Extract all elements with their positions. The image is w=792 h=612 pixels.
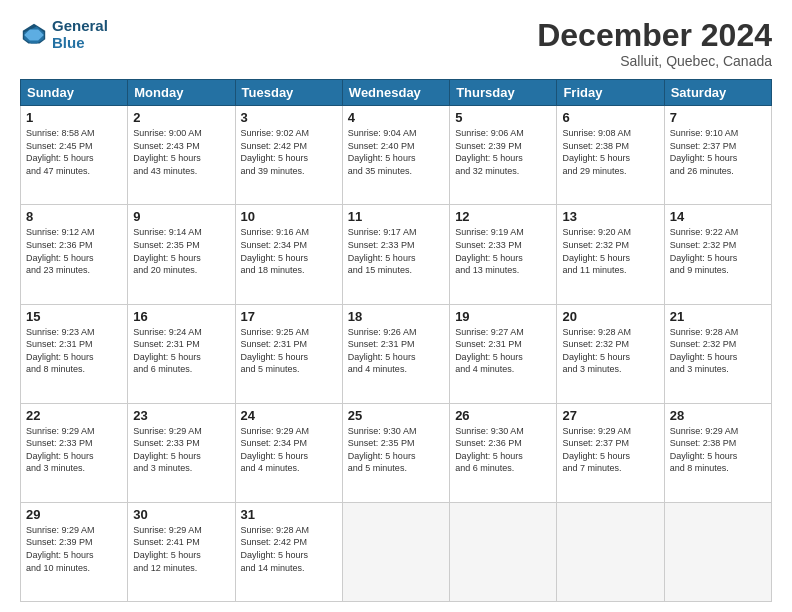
day-number: 17 [241,309,337,324]
subtitle: Salluit, Quebec, Canada [537,53,772,69]
day-number: 8 [26,209,122,224]
day-number: 26 [455,408,551,423]
calendar-cell: 18Sunrise: 9:26 AM Sunset: 2:31 PM Dayli… [342,304,449,403]
calendar-cell: 6Sunrise: 9:08 AM Sunset: 2:38 PM Daylig… [557,106,664,205]
weekday-header-tuesday: Tuesday [235,80,342,106]
calendar-cell: 31Sunrise: 9:28 AM Sunset: 2:42 PM Dayli… [235,502,342,601]
day-info: Sunrise: 9:28 AM Sunset: 2:32 PM Dayligh… [562,326,658,376]
day-number: 31 [241,507,337,522]
weekday-header-friday: Friday [557,80,664,106]
day-info: Sunrise: 9:23 AM Sunset: 2:31 PM Dayligh… [26,326,122,376]
calendar-cell: 7Sunrise: 9:10 AM Sunset: 2:37 PM Daylig… [664,106,771,205]
day-info: Sunrise: 9:20 AM Sunset: 2:32 PM Dayligh… [562,226,658,276]
day-info: Sunrise: 9:29 AM Sunset: 2:37 PM Dayligh… [562,425,658,475]
calendar-cell: 5Sunrise: 9:06 AM Sunset: 2:39 PM Daylig… [450,106,557,205]
day-info: Sunrise: 9:17 AM Sunset: 2:33 PM Dayligh… [348,226,444,276]
day-number: 21 [670,309,766,324]
day-number: 22 [26,408,122,423]
day-number: 27 [562,408,658,423]
day-number: 19 [455,309,551,324]
calendar-cell: 3Sunrise: 9:02 AM Sunset: 2:42 PM Daylig… [235,106,342,205]
calendar-cell: 14Sunrise: 9:22 AM Sunset: 2:32 PM Dayli… [664,205,771,304]
calendar-cell: 4Sunrise: 9:04 AM Sunset: 2:40 PM Daylig… [342,106,449,205]
day-number: 2 [133,110,229,125]
day-number: 12 [455,209,551,224]
calendar-cell [557,502,664,601]
calendar-cell: 20Sunrise: 9:28 AM Sunset: 2:32 PM Dayli… [557,304,664,403]
calendar-cell: 13Sunrise: 9:20 AM Sunset: 2:32 PM Dayli… [557,205,664,304]
weekday-header-sunday: Sunday [21,80,128,106]
calendar-table: SundayMondayTuesdayWednesdayThursdayFrid… [20,79,772,602]
day-number: 1 [26,110,122,125]
day-number: 10 [241,209,337,224]
weekday-header-row: SundayMondayTuesdayWednesdayThursdayFrid… [21,80,772,106]
calendar-week-5: 29Sunrise: 9:29 AM Sunset: 2:39 PM Dayli… [21,502,772,601]
calendar-cell: 29Sunrise: 9:29 AM Sunset: 2:39 PM Dayli… [21,502,128,601]
title-block: December 2024 Salluit, Quebec, Canada [537,18,772,69]
day-number: 16 [133,309,229,324]
calendar-cell: 26Sunrise: 9:30 AM Sunset: 2:36 PM Dayli… [450,403,557,502]
calendar-cell: 15Sunrise: 9:23 AM Sunset: 2:31 PM Dayli… [21,304,128,403]
day-info: Sunrise: 9:25 AM Sunset: 2:31 PM Dayligh… [241,326,337,376]
day-info: Sunrise: 9:29 AM Sunset: 2:33 PM Dayligh… [26,425,122,475]
calendar-page: General Blue December 2024 Salluit, Queb… [0,0,792,612]
header: General Blue December 2024 Salluit, Queb… [20,18,772,69]
calendar-cell: 1Sunrise: 8:58 AM Sunset: 2:45 PM Daylig… [21,106,128,205]
calendar-cell: 22Sunrise: 9:29 AM Sunset: 2:33 PM Dayli… [21,403,128,502]
day-number: 28 [670,408,766,423]
calendar-week-2: 8Sunrise: 9:12 AM Sunset: 2:36 PM Daylig… [21,205,772,304]
day-number: 29 [26,507,122,522]
day-info: Sunrise: 9:04 AM Sunset: 2:40 PM Dayligh… [348,127,444,177]
calendar-cell: 9Sunrise: 9:14 AM Sunset: 2:35 PM Daylig… [128,205,235,304]
calendar-cell: 21Sunrise: 9:28 AM Sunset: 2:32 PM Dayli… [664,304,771,403]
day-number: 7 [670,110,766,125]
day-info: Sunrise: 9:29 AM Sunset: 2:41 PM Dayligh… [133,524,229,574]
day-number: 15 [26,309,122,324]
logo-icon [20,21,48,49]
day-number: 14 [670,209,766,224]
logo-text: General Blue [52,18,108,51]
calendar-cell: 16Sunrise: 9:24 AM Sunset: 2:31 PM Dayli… [128,304,235,403]
day-info: Sunrise: 9:22 AM Sunset: 2:32 PM Dayligh… [670,226,766,276]
day-info: Sunrise: 9:28 AM Sunset: 2:32 PM Dayligh… [670,326,766,376]
calendar-cell: 2Sunrise: 9:00 AM Sunset: 2:43 PM Daylig… [128,106,235,205]
calendar-week-4: 22Sunrise: 9:29 AM Sunset: 2:33 PM Dayli… [21,403,772,502]
calendar-cell: 12Sunrise: 9:19 AM Sunset: 2:33 PM Dayli… [450,205,557,304]
calendar-week-3: 15Sunrise: 9:23 AM Sunset: 2:31 PM Dayli… [21,304,772,403]
calendar-cell: 11Sunrise: 9:17 AM Sunset: 2:33 PM Dayli… [342,205,449,304]
day-info: Sunrise: 8:58 AM Sunset: 2:45 PM Dayligh… [26,127,122,177]
day-number: 3 [241,110,337,125]
day-number: 11 [348,209,444,224]
day-number: 4 [348,110,444,125]
weekday-header-monday: Monday [128,80,235,106]
day-number: 23 [133,408,229,423]
day-info: Sunrise: 9:24 AM Sunset: 2:31 PM Dayligh… [133,326,229,376]
calendar-cell: 28Sunrise: 9:29 AM Sunset: 2:38 PM Dayli… [664,403,771,502]
day-info: Sunrise: 9:16 AM Sunset: 2:34 PM Dayligh… [241,226,337,276]
day-info: Sunrise: 9:00 AM Sunset: 2:43 PM Dayligh… [133,127,229,177]
day-info: Sunrise: 9:14 AM Sunset: 2:35 PM Dayligh… [133,226,229,276]
day-number: 6 [562,110,658,125]
day-number: 5 [455,110,551,125]
day-info: Sunrise: 9:12 AM Sunset: 2:36 PM Dayligh… [26,226,122,276]
day-info: Sunrise: 9:30 AM Sunset: 2:35 PM Dayligh… [348,425,444,475]
day-info: Sunrise: 9:10 AM Sunset: 2:37 PM Dayligh… [670,127,766,177]
day-info: Sunrise: 9:02 AM Sunset: 2:42 PM Dayligh… [241,127,337,177]
calendar-cell: 27Sunrise: 9:29 AM Sunset: 2:37 PM Dayli… [557,403,664,502]
calendar-cell: 25Sunrise: 9:30 AM Sunset: 2:35 PM Dayli… [342,403,449,502]
calendar-cell: 24Sunrise: 9:29 AM Sunset: 2:34 PM Dayli… [235,403,342,502]
weekday-header-thursday: Thursday [450,80,557,106]
day-info: Sunrise: 9:26 AM Sunset: 2:31 PM Dayligh… [348,326,444,376]
calendar-cell [664,502,771,601]
day-info: Sunrise: 9:08 AM Sunset: 2:38 PM Dayligh… [562,127,658,177]
calendar-cell: 10Sunrise: 9:16 AM Sunset: 2:34 PM Dayli… [235,205,342,304]
calendar-cell [450,502,557,601]
day-number: 9 [133,209,229,224]
day-info: Sunrise: 9:29 AM Sunset: 2:39 PM Dayligh… [26,524,122,574]
main-title: December 2024 [537,18,772,53]
day-number: 25 [348,408,444,423]
calendar-cell: 30Sunrise: 9:29 AM Sunset: 2:41 PM Dayli… [128,502,235,601]
day-info: Sunrise: 9:29 AM Sunset: 2:38 PM Dayligh… [670,425,766,475]
day-number: 24 [241,408,337,423]
weekday-header-saturday: Saturday [664,80,771,106]
